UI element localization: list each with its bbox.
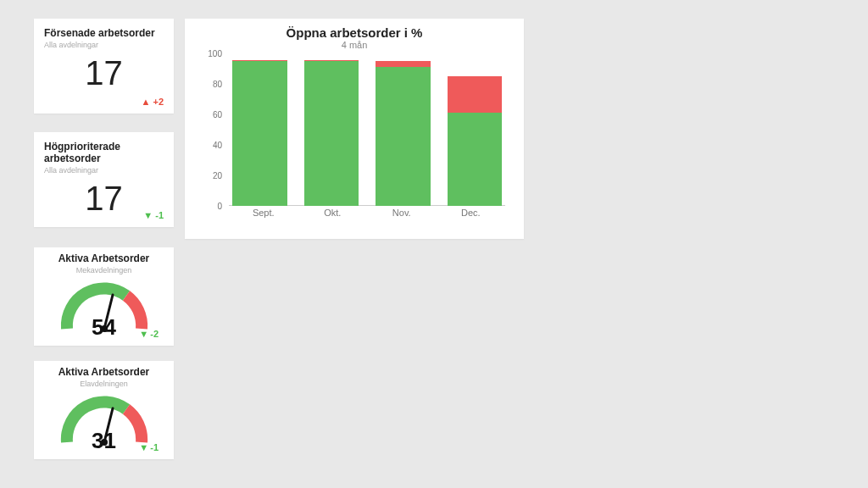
x-label: Dec.	[437, 208, 506, 223]
bar-segment-green	[304, 61, 359, 206]
bar-segment-green	[448, 113, 503, 206]
kpi-subtitle: Alla avdelningar	[44, 41, 164, 49]
bar-slot	[229, 58, 291, 206]
y-tick: 0	[217, 202, 222, 211]
bar-stack	[304, 60, 359, 206]
arrow-down-icon: ▼	[139, 443, 148, 452]
gauge-delta: ▼ -2	[139, 329, 159, 339]
bar-slot	[444, 58, 506, 206]
gauge-widget: 31 ▼ -1	[41, 395, 167, 446]
bar-segment-green	[232, 61, 287, 206]
arrow-down-icon: ▼	[143, 211, 153, 220]
bar-slot	[301, 58, 363, 206]
gauge-delta-value: -2	[150, 329, 159, 339]
gauge-widget: 54 ▼ -2	[41, 281, 167, 332]
chart-bars	[229, 58, 505, 206]
gauge-subtitle: Elavdelningen	[41, 380, 167, 388]
y-tick: 40	[213, 141, 222, 150]
arrow-down-icon: ▼	[139, 330, 148, 339]
y-tick: 60	[213, 110, 222, 119]
chart-card-open-workorders: Öppna arbetsorder i % 4 mån 020406080100…	[185, 19, 524, 239]
kpi-delta: ▲ +2	[142, 97, 164, 107]
bar-segment-red	[376, 61, 431, 67]
gauge-delta-value: -1	[150, 442, 159, 452]
chart-plot: 020406080100 Sept.Okt.Nov.Dec.	[200, 53, 509, 223]
kpi-subtitle: Alla avdelningar	[44, 166, 164, 175]
y-tick: 100	[208, 49, 222, 58]
gauge-subtitle: Mekavdelningen	[41, 266, 167, 274]
arrow-up-icon: ▲	[142, 97, 151, 107]
x-label: Okt.	[298, 208, 368, 223]
chart-subtitle: 4 mån	[193, 40, 515, 50]
kpi-delta-value: -1	[155, 210, 164, 220]
kpi-title: Högprioriterade arbetsorder	[44, 141, 164, 164]
y-tick: 80	[213, 80, 222, 89]
bar-segment-green	[376, 67, 431, 206]
chart-x-axis: Sept.Okt.Nov.Dec.	[229, 208, 505, 223]
x-label: Sept.	[229, 208, 298, 223]
chart-y-axis: 020406080100	[200, 53, 224, 206]
chart-title: Öppna arbetsorder i %	[193, 25, 515, 40]
gauge-delta: ▼ -1	[139, 442, 159, 452]
kpi-card-delayed: Försenade arbetsorder Alla avdelningar 1…	[34, 19, 174, 114]
kpi-value: 17	[44, 56, 164, 90]
x-label: Nov.	[367, 208, 437, 223]
kpi-delta-value: +2	[153, 97, 164, 107]
kpi-delta: ▼ -1	[143, 210, 164, 220]
kpi-card-high-priority: Högprioriterade arbetsorder Alla avdelni…	[34, 132, 174, 227]
gauge-card-mek: Aktiva Arbetsorder Mekavdelningen 54 ▼ -…	[34, 247, 174, 346]
bar-stack	[376, 61, 431, 206]
bar-slot	[372, 58, 434, 206]
bar-stack	[232, 60, 287, 206]
bar-stack	[448, 76, 503, 206]
kpi-title: Försenade arbetsorder	[44, 27, 164, 39]
gauge-title: Aktiva Arbetsorder	[41, 366, 167, 378]
gauge-title: Aktiva Arbetsorder	[41, 252, 167, 264]
bar-segment-red	[448, 76, 503, 113]
gauge-card-el: Aktiva Arbetsorder Elavdelningen 31 ▼ -1	[34, 361, 174, 459]
y-tick: 20	[213, 171, 222, 180]
